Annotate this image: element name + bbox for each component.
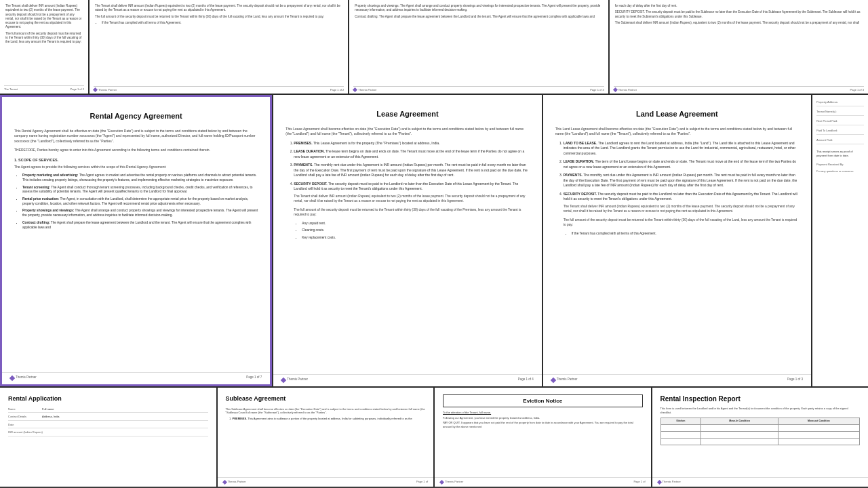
- lease-section2-title: LEASE DURATION.: [294, 149, 324, 153]
- sublease-footer-right: Page 1 of: [416, 480, 428, 484]
- left-partial-text2: The full amount of the security deposit …: [5, 32, 83, 45]
- rental-agency-therefore: THEREFORE, Parties hereby agree to enter…: [14, 148, 258, 153]
- top-doc-3-text1: for each day of delay after the first da…: [615, 4, 863, 8]
- inspection-footer: Themis Partner: [652, 477, 869, 484]
- rental-agency-intro: This Rental Agency Agreement shall be ef…: [14, 129, 258, 144]
- sublease-s1-text: This Agreement aims to sublease a portio…: [248, 417, 412, 420]
- sublease-footer: Themis Partner Page 1 of: [218, 477, 434, 484]
- form-label-name: Name: [8, 407, 42, 411]
- doc-land-lease[interactable]: Land Lease Agreement This Land Lease Agr…: [543, 95, 811, 386]
- form-row-amount: INR amount (Indian Rupees): [8, 430, 208, 436]
- lease-intro: This Lease Agreement shall become effect…: [285, 127, 529, 137]
- eviction-title: Eviction Notice: [443, 394, 643, 407]
- inspection-cell-2-1: [660, 432, 701, 439]
- top-doc-1-text2: The full amount of the security deposit …: [95, 15, 342, 19]
- top-doc-2-text1: Property showings and viewings: The Agen…: [355, 4, 602, 13]
- sidebar-payment-field: Payment Received By:: [816, 163, 864, 166]
- inspection-row-1: [660, 425, 860, 432]
- doc-rental-inspection[interactable]: Rental Inspection Report This form is us…: [652, 388, 869, 487]
- rental-agency-footer: Themis Partner Page 1 of 7: [2, 372, 270, 380]
- top-doc-1-footer: Themis Partner Page 1 of 2: [94, 86, 344, 92]
- left-partial-footer: The Tenant Page 1 of 2: [4, 85, 84, 91]
- eviction-footer-left: Themis Partner: [445, 480, 463, 484]
- land-section4-sub1: The Tenant shall deliver INR amount (Ind…: [564, 204, 799, 214]
- lease-footer-left: Themis Partner: [287, 378, 308, 382]
- top-doc-2-footer-left: Themis Partner: [358, 88, 376, 92]
- sidebar-field-5-label: Amount Paid:: [816, 138, 864, 142]
- left-partial-page: Page 1 of 2: [71, 87, 84, 91]
- scope-services-intro: The Agent agrees to provide the followin…: [14, 165, 258, 170]
- left-partial-text1: The Tenant shall deliver INR amount (Ind…: [5, 4, 83, 30]
- middle-row: Rental Agency Agreement This Rental Agen…: [0, 95, 868, 386]
- lease-bullet-1: Any unpaid rent.: [302, 221, 529, 226]
- sidebar-field-4-label: Paid To Landlord:: [816, 129, 864, 132]
- sidebar-field-1: Property Address:: [816, 100, 864, 106]
- rental-agency-footer-right: Page 1 of 7: [246, 375, 262, 380]
- logo-diamond-2: [353, 87, 357, 92]
- inspection-cell-1-1: [660, 425, 701, 432]
- land-section3-title: PAYMENTS.: [564, 173, 583, 177]
- doc-rental-agency[interactable]: Rental Agency Agreement This Rental Agen…: [0, 95, 272, 386]
- top-row: The Tenant shall deliver INR amount (Ind…: [0, 0, 868, 95]
- right-sidebar: Property Address: Tenant Name(s): Rent P…: [812, 95, 868, 386]
- lease-section3-title: PAYMENTS.: [294, 163, 313, 167]
- top-doc-3-text3: The Subtenant shall deliver INR amount (…: [615, 21, 863, 25]
- form-value-name: Full name: [42, 407, 54, 411]
- lease-section3-text: The monthly rent due under this Agreemen…: [294, 163, 528, 177]
- sublease-s1-title: PREMISES.: [233, 417, 248, 420]
- item-marketing-title: Property marketing and advertising:: [22, 174, 78, 177]
- inspection-cell-3-1: [660, 439, 701, 445]
- inspection-col-kitchen: Kitchen: [660, 418, 701, 425]
- doc-eviction[interactable]: Eviction Notice To the attention of the …: [435, 388, 651, 487]
- top-doc-2-footer-right: Page 1 of 3: [590, 88, 604, 92]
- top-doc-1-text1: The Tenant shall deliver INR amount (Ind…: [95, 4, 342, 13]
- lease-footer-right: Page 1 of 4: [518, 378, 534, 382]
- sidebar-field-2: Tenant Name(s):: [816, 110, 864, 116]
- sublease-title: Sublease Agreement: [226, 394, 426, 403]
- inspection-cell-3-2: [701, 439, 778, 445]
- inspection-cell-1-2: [701, 425, 778, 432]
- doc-rental-application[interactable]: Rental Application Name Full name Contac…: [0, 388, 216, 487]
- sidebar-field-1-label: Property Address:: [816, 100, 864, 104]
- sidebar-payment-label: Payment Received By:: [816, 163, 864, 166]
- lease-bullet-2: Cleaning costs.: [302, 228, 529, 232]
- lease-footer: Themis Partner Page 1 of 4: [273, 374, 541, 382]
- land-lease-footer-left: Themis Partner: [557, 378, 578, 382]
- land-section2-title: LEASE DURATION.: [564, 159, 594, 163]
- top-doc-3[interactable]: for each day of delay after the first da…: [610, 0, 868, 94]
- rental-agency-footer-left: Themis Partner: [16, 375, 37, 380]
- rental-app-form: Name Full name Contact Details Address, …: [8, 407, 208, 436]
- item-screening-text: The Agent shall conduct thorough tenant …: [22, 186, 253, 194]
- sidebar-questions-label: For any questions or concerns:: [816, 169, 864, 173]
- land-lease-footer-right: Page 1 of 3: [787, 378, 803, 382]
- lease-bullet-3: Key replacement costs.: [302, 235, 529, 240]
- top-doc-3-footer: Themis Partner Page 1 of 3: [614, 86, 864, 92]
- inspection-row-3: [660, 439, 860, 445]
- inspection-cell-1-3: [778, 425, 859, 432]
- eviction-text1: To the attention of the Tenant, full nam…: [443, 411, 643, 415]
- land-section4-title: SECURITY DEPOSIT.: [564, 192, 597, 196]
- doc-lease-agreement[interactable]: Lease Agreement This Lease Agreement sha…: [273, 95, 541, 386]
- inspection-row-2: [660, 432, 860, 439]
- top-doc-1-footer-left: Themis Partner: [98, 88, 117, 92]
- lease-title: Lease Agreement: [285, 108, 529, 120]
- top-doc-2-text2: Contract drafting: The Agent shall prepa…: [355, 15, 602, 19]
- form-label-amount: INR amount (Indian Rupees): [8, 430, 43, 434]
- form-label-date: Date: [8, 423, 42, 427]
- rental-agency-title: Rental Agency Agreement: [14, 110, 258, 122]
- item-contract-title: Contract drafting:: [22, 221, 50, 224]
- lease-section4-title: SECURITY DEPOSIT.: [294, 182, 327, 186]
- lease-section1-text: This Lease Agreement is for the property…: [313, 141, 440, 145]
- item-showings-title: Property showings and viewings:: [22, 209, 74, 212]
- land-section1-text: The Landlord agrees to rent the Land loc…: [564, 141, 796, 155]
- eviction-text3: PAY OR QUIT. It appears that you have no…: [443, 421, 643, 428]
- inspection-table: Kitchen Move-In Condition Move-out Condi…: [660, 418, 861, 445]
- top-doc-1[interactable]: The Tenant shall deliver INR amount (Ind…: [90, 0, 348, 94]
- doc-sublease[interactable]: Sublease Agreement This Sublease Agreeme…: [218, 388, 434, 487]
- left-partial-doc: The Tenant shall deliver INR amount (Ind…: [0, 0, 88, 94]
- sidebar-field-5: Amount Paid:: [816, 138, 864, 144]
- rental-app-title: Rental Application: [8, 394, 208, 403]
- top-doc-3-footer-left: Themis Partner: [618, 88, 637, 92]
- top-doc-2[interactable]: Property showings and viewings: The Agen…: [349, 0, 608, 94]
- land-lease-title: Land Lease Agreement: [555, 108, 799, 120]
